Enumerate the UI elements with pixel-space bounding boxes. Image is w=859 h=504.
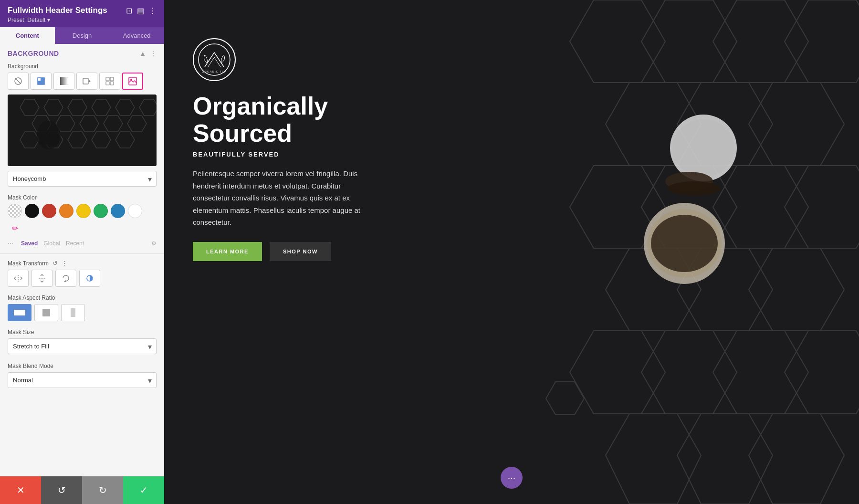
redo-button[interactable]: ↻ (82, 476, 123, 504)
svg-rect-38 (71, 308, 75, 317)
float-action-icon: ··· (508, 472, 516, 483)
panel-preset[interactable]: Preset: Default (8, 17, 157, 23)
panel-bottom: ✕ ↺ ↻ ✓ (0, 476, 164, 504)
pattern-select-input[interactable]: Honeycomb None Diamonds Circles Triangle… (8, 171, 157, 187)
mask-transform-more-icon[interactable]: ⋮ (62, 260, 68, 267)
more-icon[interactable]: ⋮ (149, 6, 157, 15)
color-swatches: ✏ (0, 204, 164, 239)
svg-point-65 (668, 181, 720, 196)
color-swatch-white[interactable] (128, 204, 142, 218)
color-swatch-transparent[interactable] (8, 204, 22, 218)
panel-body: Background ▲ ⋮ Background (0, 44, 164, 504)
svg-rect-37 (42, 309, 50, 316)
svg-rect-36 (14, 310, 25, 315)
color-swatch-blue[interactable] (111, 204, 125, 218)
float-action-button[interactable]: ··· (501, 467, 523, 489)
panel-title-icons: ⊡ ▤ ⋮ (126, 6, 157, 15)
svg-line-1 (15, 78, 21, 84)
color-tab-global[interactable]: Global (43, 240, 60, 247)
panel-tabs: Content Design Advanced (0, 27, 164, 44)
svg-point-68 (651, 215, 718, 272)
bg-type-video[interactable] (76, 73, 97, 90)
bg-type-pattern[interactable] (99, 73, 120, 90)
svg-text:ORGANIC TEA: ORGANIC TEA (202, 70, 227, 73)
svg-rect-9 (110, 77, 114, 81)
save-button[interactable]: ✓ (123, 476, 164, 504)
transform-buttons (0, 270, 164, 293)
hero-title: Organically Sourced (193, 93, 374, 147)
redo-icon: ↻ (99, 484, 107, 496)
color-swatch-black[interactable] (25, 204, 39, 218)
close-button[interactable]: ✕ (0, 476, 41, 504)
color-dots-icon[interactable]: ⋯ (8, 240, 13, 247)
hero-subtitle: BEAUTIFULLY SERVED (193, 151, 374, 158)
save-icon: ✓ (140, 484, 148, 496)
undo-icon: ↺ (58, 484, 66, 496)
svg-marker-7 (89, 80, 91, 83)
aspect-btn-landscape[interactable] (8, 304, 31, 321)
panel-title: Fullwidth Header Settings (8, 6, 107, 15)
divider-1 (0, 253, 164, 254)
panel-header: Fullwidth Header Settings ⊡ ▤ ⋮ Preset: … (0, 0, 164, 27)
mask-size-label: Mask Size (0, 327, 164, 338)
mask-blend-label: Mask Blend Mode (0, 361, 164, 372)
hero-content: ORGANIC TEA Organically Sourced BEAUTIFU… (164, 0, 403, 299)
mask-size-select-input[interactable]: Stretch to Fill Actual Size Cover Contai… (8, 338, 157, 354)
mask-transform-reset-icon[interactable]: ↺ (52, 260, 58, 267)
bg-type-image[interactable] (122, 73, 143, 90)
logo-circle: ORGANIC TEA (193, 38, 236, 81)
bg-type-color[interactable] (31, 73, 52, 90)
transform-rotate[interactable] (55, 270, 76, 287)
tab-advanced[interactable]: Advanced (109, 27, 164, 44)
svg-rect-14 (10, 94, 154, 166)
transform-flip-v[interactable] (31, 270, 52, 287)
svg-rect-8 (106, 77, 109, 81)
color-picker-icon[interactable]: ✏ (8, 221, 22, 235)
section-collapse-icon[interactable]: ▲ (139, 50, 146, 57)
svg-rect-3 (38, 78, 41, 81)
color-swatch-yellow[interactable] (76, 204, 91, 218)
section-controls: ▲ ⋮ (139, 50, 157, 57)
svg-rect-10 (106, 82, 109, 85)
transform-flip-h[interactable] (8, 270, 29, 287)
hero-buttons: LEARN MORE SHOP NOW (193, 242, 374, 261)
aspect-buttons (0, 304, 164, 327)
shop-now-button[interactable]: SHOP NOW (270, 242, 331, 261)
background-label: Background (0, 61, 164, 73)
undo-button[interactable]: ↺ (41, 476, 82, 504)
tab-content[interactable]: Content (0, 27, 55, 44)
color-tabs: ⋯ Saved Global Recent ⚙ (0, 239, 164, 252)
section-header: Background ▲ ⋮ (0, 44, 164, 61)
section-more-icon[interactable]: ⋮ (150, 50, 157, 57)
svg-rect-6 (83, 78, 88, 84)
layout-icon[interactable]: ▤ (137, 6, 144, 15)
color-tab-saved[interactable]: Saved (21, 240, 38, 247)
color-swatch-orange[interactable] (59, 204, 73, 218)
responsive-icon[interactable]: ⊡ (126, 6, 132, 15)
svg-rect-32 (39, 130, 58, 145)
mask-transform-label: Mask Transform (8, 260, 49, 267)
color-gear-icon[interactable]: ⚙ (151, 240, 157, 247)
transform-invert[interactable] (79, 270, 100, 287)
svg-rect-5 (60, 77, 68, 85)
color-swatch-red[interactable] (42, 204, 56, 218)
tab-design[interactable]: Design (55, 27, 110, 44)
color-tab-recent[interactable]: Recent (66, 240, 84, 247)
svg-rect-11 (110, 82, 114, 85)
mask-blend-select[interactable]: Normal Multiply Screen Overlay Darken Li… (8, 372, 157, 388)
right-panel: ORGANIC TEA Organically Sourced BEAUTIFU… (164, 0, 859, 504)
section-title: Background (8, 50, 59, 57)
mask-aspect-label: Mask Aspect Ratio (0, 293, 164, 304)
aspect-btn-square[interactable] (34, 304, 58, 321)
mask-blend-select-input[interactable]: Normal Multiply Screen Overlay Darken Li… (8, 372, 157, 388)
mask-size-select[interactable]: Stretch to Fill Actual Size Cover Contai… (8, 338, 157, 354)
pattern-select[interactable]: Honeycomb None Diamonds Circles Triangle… (8, 171, 157, 187)
bg-type-none[interactable] (8, 73, 29, 90)
image-preview (8, 94, 157, 166)
aspect-btn-portrait[interactable] (61, 304, 85, 321)
bg-type-gradient[interactable] (53, 73, 74, 90)
mask-color-label: Mask Color (0, 193, 164, 204)
learn-more-button[interactable]: LEARN MORE (193, 242, 262, 261)
mask-transform-row: Mask Transform ↺ ⋮ (0, 256, 164, 270)
color-swatch-green[interactable] (94, 204, 108, 218)
